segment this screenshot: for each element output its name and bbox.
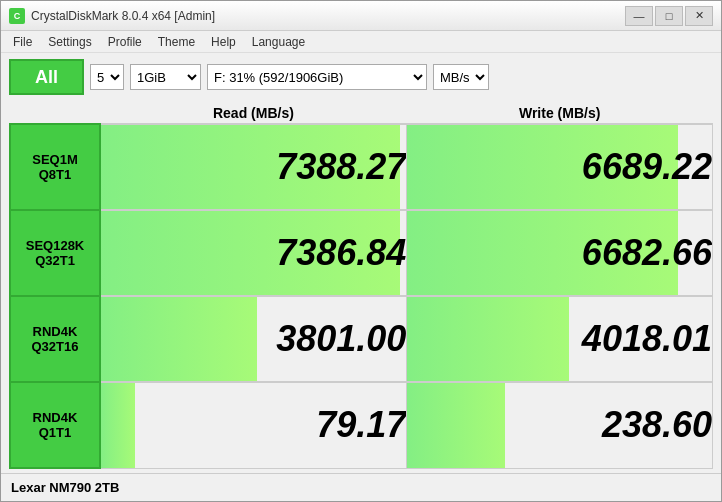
benchmark-table: Read (MB/s) Write (MB/s) SEQ1MQ8T17388.2… <box>9 101 713 469</box>
window-controls: — □ ✕ <box>625 6 713 26</box>
table-row: SEQ128KQ32T17386.846682.66 <box>10 210 713 296</box>
titlebar: C CrystalDiskMark 8.0.4 x64 [Admin] — □ … <box>1 1 721 31</box>
row-read-2: 3801.00 <box>100 296 407 382</box>
menu-settings[interactable]: Settings <box>40 33 99 51</box>
window-title: CrystalDiskMark 8.0.4 x64 [Admin] <box>31 9 625 23</box>
menubar: File Settings Profile Theme Help Languag… <box>1 31 721 53</box>
table-row: RND4KQ32T163801.004018.01 <box>10 296 713 382</box>
row-label-3: RND4KQ1T1 <box>10 382 100 468</box>
unit-select[interactable]: MB/s GB/s <box>433 64 489 90</box>
close-button[interactable]: ✕ <box>685 6 713 26</box>
drive-name: Lexar NM790 2TB <box>11 480 119 495</box>
row-write-0: 6689.22 <box>407 124 713 210</box>
menu-help[interactable]: Help <box>203 33 244 51</box>
header-write: Write (MB/s) <box>407 101 713 124</box>
size-select[interactable]: 1GiB 512MiB 4GiB <box>130 64 201 90</box>
table-row: SEQ1MQ8T17388.276689.22 <box>10 124 713 210</box>
row-read-0: 7388.27 <box>100 124 407 210</box>
row-label-1: SEQ128KQ32T1 <box>10 210 100 296</box>
minimize-button[interactable]: — <box>625 6 653 26</box>
menu-theme[interactable]: Theme <box>150 33 203 51</box>
statusbar: Lexar NM790 2TB <box>1 473 721 501</box>
app-icon: C <box>9 8 25 24</box>
toolbar: All 5 1 3 9 1GiB 512MiB 4GiB F: 31% (592… <box>1 53 721 101</box>
main-window: C CrystalDiskMark 8.0.4 x64 [Admin] — □ … <box>0 0 722 502</box>
table-header: Read (MB/s) Write (MB/s) <box>10 101 713 124</box>
row-read-3: 79.17 <box>100 382 407 468</box>
row-write-1: 6682.66 <box>407 210 713 296</box>
menu-profile[interactable]: Profile <box>100 33 150 51</box>
drive-select[interactable]: F: 31% (592/1906GiB) <box>207 64 427 90</box>
menu-file[interactable]: File <box>5 33 40 51</box>
row-label-2: RND4KQ32T16 <box>10 296 100 382</box>
header-read: Read (MB/s) <box>100 101 407 124</box>
row-label-0: SEQ1MQ8T1 <box>10 124 100 210</box>
all-button[interactable]: All <box>9 59 84 95</box>
row-write-2: 4018.01 <box>407 296 713 382</box>
row-read-1: 7386.84 <box>100 210 407 296</box>
menu-language[interactable]: Language <box>244 33 313 51</box>
row-write-3: 238.60 <box>407 382 713 468</box>
count-select[interactable]: 5 1 3 9 <box>90 64 124 90</box>
content-area: Read (MB/s) Write (MB/s) SEQ1MQ8T17388.2… <box>1 101 721 473</box>
maximize-button[interactable]: □ <box>655 6 683 26</box>
table-row: RND4KQ1T179.17238.60 <box>10 382 713 468</box>
header-label <box>10 101 100 124</box>
